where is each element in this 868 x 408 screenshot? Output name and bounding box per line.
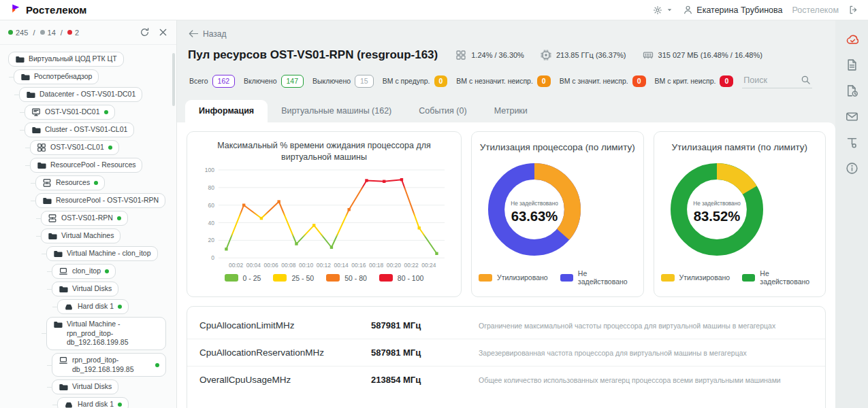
vm-icon bbox=[59, 267, 68, 276]
status-badge: Включено147 bbox=[244, 75, 304, 88]
badge-value: 0 bbox=[537, 75, 551, 87]
unknown-dot-icon bbox=[40, 30, 45, 35]
tree-node[interactable]: clon_itop bbox=[52, 264, 116, 279]
disk-icon bbox=[64, 400, 74, 408]
tree-node-label: Virtual Machine - clon_itop bbox=[67, 249, 151, 258]
tree-node[interactable]: Virtual Machine - clon_itop bbox=[46, 246, 158, 261]
tree-node[interactable]: rpn_prod_itop-db_192.168.199.85 bbox=[52, 353, 166, 377]
svg-text:63.63%: 63.63% bbox=[511, 209, 558, 224]
tree-row: Virtual Machine - clon_itop bbox=[46, 246, 172, 261]
tree-node[interactable]: Virtual Machines bbox=[41, 228, 120, 243]
user-name: Екатерина Трубинова bbox=[696, 5, 782, 15]
donut-legend: Утилизировано Не задействовано bbox=[661, 269, 819, 286]
stat-item: 213.85 ГГц (36.37%) bbox=[541, 50, 626, 61]
back-button[interactable]: Назад bbox=[188, 29, 226, 39]
status-ok-icon bbox=[105, 269, 109, 273]
tab-события[interactable]: События (0) bbox=[405, 100, 480, 122]
sidebar-scrollbar[interactable] bbox=[172, 53, 175, 106]
main-content: Назад Пул ресурсов OST-VS01-RPN (resgrou… bbox=[177, 20, 835, 408]
refresh-icon[interactable] bbox=[140, 27, 150, 37]
tree-node[interactable]: Роспотребнадзор bbox=[14, 69, 99, 84]
tree-node[interactable]: OST-VS01-DC01 bbox=[25, 105, 115, 120]
org-name: Ростелеком bbox=[792, 5, 839, 15]
legend-label: Утилизировано bbox=[497, 273, 548, 282]
tree-row: Resources bbox=[35, 175, 172, 190]
status-badge: ВМ с значит. неиспр.0 bbox=[560, 75, 646, 87]
search-box[interactable] bbox=[742, 73, 812, 88]
tree-node[interactable]: ResourcePool - Resources bbox=[30, 158, 142, 173]
tree-row: Роспотребнадзор bbox=[14, 69, 172, 84]
tree-node-label: Virtual Machine - rpn_prod_itop-db_192.1… bbox=[67, 320, 159, 347]
param-value: 213854 МГц bbox=[371, 375, 479, 385]
svg-text:00:14: 00:14 bbox=[334, 262, 349, 269]
param-description: Зарезервированная частота процессора для… bbox=[479, 349, 813, 357]
tree-node-label: clon_itop bbox=[72, 267, 101, 276]
svg-text:Не задействовано: Не задействовано bbox=[693, 201, 741, 207]
grid-icon bbox=[455, 50, 466, 61]
close-icon[interactable] bbox=[158, 27, 168, 37]
tab-информация[interactable]: Информация bbox=[185, 100, 268, 122]
tree-node[interactable]: OST-VS01-RPN bbox=[41, 211, 128, 226]
tree-node[interactable]: ResourcePool - OST-VS01-RPN bbox=[35, 193, 165, 208]
tree-row: Hard disk 1 bbox=[57, 299, 172, 314]
logout-icon[interactable] bbox=[848, 5, 858, 15]
table-row[interactable]: CpuAllocationLimitMHz 587981 МГц Огранич… bbox=[187, 312, 825, 339]
param-name: OverallCpuUsageMHz bbox=[199, 375, 371, 385]
line-chart-legend: 0 - 25 25 - 50 50 - 80 80 - 100 bbox=[193, 274, 455, 282]
search-icon bbox=[801, 75, 811, 85]
report-icon[interactable] bbox=[846, 84, 858, 97]
tree-node[interactable]: Hard disk 1 bbox=[57, 299, 129, 314]
tree-node[interactable]: Virtual Machine - rpn_prod_itop-db_192.1… bbox=[46, 317, 166, 350]
param-name: CpuAllocationReservationMHz bbox=[199, 347, 371, 358]
cpu-wait-line-plot: 0 20 40 60 80 10000:0200:0400:0600:0800:… bbox=[193, 163, 455, 270]
stat-item: 1.24% / 36.30% bbox=[455, 50, 524, 61]
donut-legend: Утилизировано Не задействовано bbox=[479, 269, 637, 286]
mail-icon[interactable] bbox=[846, 110, 858, 123]
settings-menu[interactable] bbox=[653, 5, 673, 15]
tree-node-label: Роспотребнадзор bbox=[34, 72, 92, 82]
tree-row: OST-VS01-RPN bbox=[41, 211, 172, 226]
tree-node[interactable]: Datacenter - OST-VS01-DC01 bbox=[19, 87, 142, 102]
documents-icon[interactable] bbox=[846, 58, 858, 71]
svg-text:00:20: 00:20 bbox=[387, 262, 401, 269]
badge-label: Включено bbox=[244, 77, 276, 85]
folder-icon bbox=[26, 90, 35, 99]
tab-виртуальные[interactable]: Виртуальные машины (162) bbox=[268, 100, 405, 122]
legend-label: 0 - 25 bbox=[243, 274, 261, 282]
tree-row: clon_itop bbox=[52, 264, 172, 279]
status-ok-icon bbox=[155, 363, 159, 367]
info-icon[interactable] bbox=[846, 162, 858, 175]
tree-row: Virtual Disks bbox=[52, 282, 172, 296]
tree-node[interactable]: Виртуальный ЦОД РТК ЦТ bbox=[8, 52, 124, 67]
chart-cards: Максимальный % времени ожидания процессо… bbox=[187, 131, 826, 297]
tree-node[interactable]: OST-VS01-CL01 bbox=[30, 140, 119, 155]
legend-label: 80 - 100 bbox=[398, 274, 424, 282]
tree-node[interactable]: Virtual Disks bbox=[52, 379, 118, 394]
table-row[interactable]: OverallCpuUsageMHz 213854 МГц Общее коли… bbox=[187, 367, 825, 393]
tree-node[interactable]: Hard disk 1 bbox=[57, 397, 129, 408]
tree-row: OST-VS01-DC01 bbox=[25, 105, 172, 120]
folder-icon bbox=[31, 125, 41, 135]
tree-node[interactable]: Cluster - OST-VS01-CL01 bbox=[25, 122, 134, 137]
brand-logo[interactable]: Ростелеком bbox=[10, 3, 87, 17]
error-dot-icon bbox=[67, 30, 72, 35]
legend-swatch-icon bbox=[225, 274, 238, 282]
user-menu[interactable]: Екатерина Трубинова bbox=[683, 5, 782, 15]
folder-icon bbox=[37, 160, 46, 170]
tree-node[interactable]: Resources bbox=[35, 175, 105, 190]
svg-text:00:18: 00:18 bbox=[369, 262, 383, 269]
search-input[interactable] bbox=[743, 75, 795, 85]
cpu-utilization-card: Утилизация процессора (по лимиту) Не зад… bbox=[471, 131, 644, 297]
tree-node[interactable]: Virtual Disks bbox=[52, 282, 118, 296]
tab-метрики[interactable]: Метрики bbox=[481, 100, 541, 122]
topology-icon[interactable] bbox=[846, 136, 858, 149]
badge-label: ВМ с незначит. неиспр. bbox=[456, 77, 532, 85]
tree-node-label: Virtual Disks bbox=[72, 382, 112, 392]
table-row[interactable]: CpuAllocationReservationMHz 587981 МГц З… bbox=[187, 339, 825, 367]
unknown-count: 14 bbox=[48, 29, 56, 37]
cloud-status-icon[interactable] bbox=[846, 33, 858, 46]
svg-text:00:08: 00:08 bbox=[281, 262, 295, 269]
caret-down-icon bbox=[666, 6, 673, 14]
param-value: 587981 МГц bbox=[371, 347, 479, 358]
title-row: Пул ресурсов OST-VS01-RPN (resgroup-163)… bbox=[177, 41, 835, 62]
